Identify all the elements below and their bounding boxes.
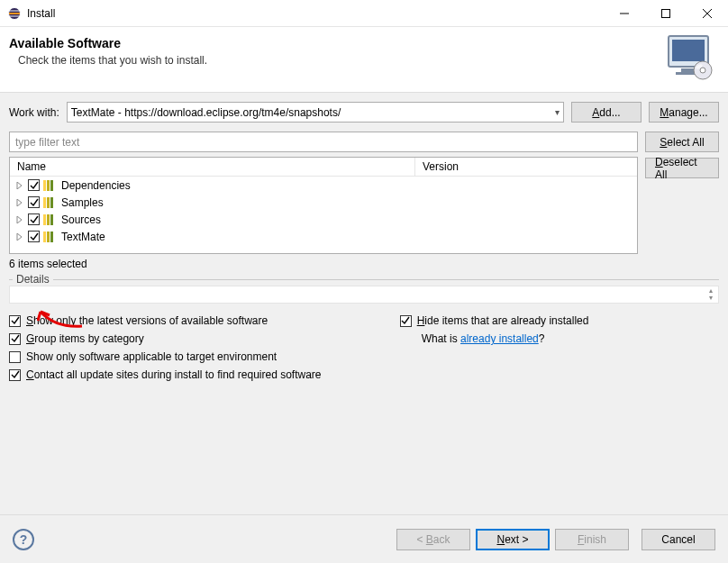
tree-row[interactable]: Sources [10,211,637,228]
window-title: Install [27,7,604,20]
add-button[interactable]: Add... [571,102,642,123]
category-icon [43,180,58,191]
details-scroll[interactable]: ▴▾ [705,287,717,302]
titlebar: Install [0,0,728,27]
chevron-down-icon: ▾ [555,107,560,117]
minimize-button[interactable] [604,0,645,27]
tree-item-label: Dependencies [61,179,131,192]
checkbox[interactable] [28,179,40,191]
tree-header: Name Version [10,158,637,177]
expand-icon[interactable] [15,215,24,224]
button-bar: ? < Back Next > Finish Cancel [0,514,728,563]
work-with-value: TextMate - https://download.eclipse.org/… [71,106,555,119]
expand-icon[interactable] [15,232,24,241]
work-with-label: Work with: [9,106,59,119]
finish-button[interactable]: Finish [555,529,629,550]
work-with-combo[interactable]: TextMate - https://download.eclipse.org/… [67,102,564,123]
already-installed-link[interactable]: already installed [460,332,539,345]
whatis-row: What is already installed? [400,332,719,345]
column-name[interactable]: Name [10,158,415,176]
category-icon [43,197,58,208]
svg-rect-2 [662,9,670,17]
maximize-button[interactable] [645,0,687,27]
tree-item-label: Samples [61,196,104,209]
manage-button[interactable]: Manage... [649,102,719,123]
column-version[interactable]: Version [415,158,466,176]
details-group: Details ▴▾ [9,279,719,313]
page-title: Available Software [9,36,663,50]
wizard-header: Available Software Check the items that … [0,27,728,93]
tree-row[interactable]: Samples [10,194,637,211]
app-icon [7,6,22,21]
category-icon [43,232,58,242]
filter-placeholder: type filter text [15,136,79,149]
details-legend: Details [13,273,53,286]
tree-row[interactable]: Dependencies [10,177,637,194]
tree-row[interactable]: TextMate [10,228,637,245]
option-hide[interactable]: Hide items that are already installed [400,314,719,327]
page-subtitle: Check the items that you wish to install… [18,54,663,67]
selection-count: 6 items selected [9,258,719,270]
option-target[interactable]: Show only software applicable to target … [9,350,364,363]
next-button[interactable]: Next > [476,529,550,550]
filter-input[interactable]: type filter text [9,132,638,152]
svg-point-10 [700,68,705,73]
checkbox[interactable] [28,196,40,208]
option-latest[interactable]: Show only the latest versions of availab… [9,314,364,327]
option-group[interactable]: Group items by category [9,332,364,345]
expand-icon[interactable] [15,198,24,207]
cancel-button[interactable]: Cancel [642,529,715,550]
details-text[interactable]: ▴▾ [9,286,719,304]
option-contact[interactable]: Contact all update sites during install … [9,368,364,381]
select-all-button[interactable]: Select All [645,132,719,152]
deselect-all-button[interactable]: Deselect All [645,158,719,178]
checkbox[interactable] [28,231,40,242]
help-button[interactable]: ? [13,529,34,550]
category-icon [43,214,58,225]
install-wizard-icon [663,34,715,81]
tree-item-label: TextMate [61,231,105,243]
close-button[interactable] [687,0,728,27]
expand-icon[interactable] [15,181,24,190]
svg-rect-6 [672,40,705,61]
checkbox[interactable] [28,213,40,225]
tree-item-label: Sources [61,213,101,226]
software-tree[interactable]: Name Version Dependencies Samples [9,157,638,254]
back-button[interactable]: < Back [396,529,470,550]
